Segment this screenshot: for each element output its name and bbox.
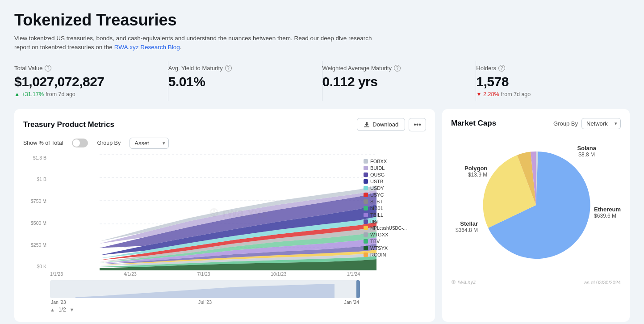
svg-rect-0 <box>364 126 369 127</box>
legend-item-usdy: USDY <box>364 185 426 191</box>
show-pct-label: Show % of Total <box>23 140 63 146</box>
legend-color-wtgxx <box>364 232 368 237</box>
market-footer: ⊕ rwa.xyz as of 03/30/2024 <box>451 278 621 285</box>
legend-label-usdy: USDY <box>370 185 384 191</box>
market-caps-group-by: Group By Network Asset <box>553 118 621 129</box>
legend-item-fobxx: FOBXX <box>364 159 426 164</box>
legend-color-stbt <box>364 199 368 204</box>
x-axis-3: 7/1/23 <box>197 271 210 277</box>
main-content: Treasury Product Metrics Download ••• <box>14 109 630 322</box>
legend-item-bib01: bIB01 <box>364 206 426 211</box>
legend-label-usyc: USYC <box>370 192 384 198</box>
legend-color-usdy <box>364 186 368 190</box>
legend-color-wtsyx <box>364 246 368 250</box>
total-value-pct: +31.17% <box>21 91 44 97</box>
weighted-maturity-value: 0.112 yrs <box>322 74 476 89</box>
group-by-dropdown[interactable]: Asset Network <box>130 138 169 149</box>
chart-actions: Download ••• <box>357 118 426 131</box>
more-options-button[interactable]: ••• <box>409 118 426 131</box>
y-axis: $1.3 B $1 B $750 M $500 M $250 M $0 K <box>23 154 46 270</box>
chart-panel: Treasury Product Metrics Download ••• <box>14 109 435 322</box>
download-button[interactable]: Download <box>357 118 405 131</box>
avg-yield-help-icon[interactable]: ? <box>225 65 232 72</box>
metrics-row: Total Value ? $1,027,072,827 ▲ +31.17% f… <box>14 61 630 101</box>
metric-holders: Holders ? 1,578 ▼ 2.28% from 7d ago <box>476 61 630 101</box>
mini-chart-wrapper: Jan '23 Jul '23 Jan '24 <box>23 280 426 305</box>
total-value-value: $1,027,072,827 <box>14 74 168 89</box>
mini-chart[interactable] <box>50 280 360 298</box>
market-group-by-dropdown[interactable]: Network Asset <box>581 118 621 129</box>
group-by-label: Group By <box>97 140 121 146</box>
legend-item-rcoin: RCOIN <box>364 252 426 257</box>
legend-color-mpl <box>364 226 368 230</box>
holders-change-pct: ▼ 2.28% <box>476 91 499 97</box>
mini-label-1: Jan '23 <box>51 299 66 305</box>
metric-weighted-maturity: Weighted Average Maturity ? 0.112 yrs <box>322 61 477 101</box>
legend-label-buidl: BUIDL <box>370 165 385 171</box>
x-axis-2: 4/1/23 <box>124 271 137 277</box>
x-axis: 1/1/23 4/1/23 7/1/23 10/1/23 1/1/24 <box>23 271 426 277</box>
download-label: Download <box>372 121 398 128</box>
legend-item-tbv: TBV <box>364 239 426 244</box>
legend-label-fobxx: FOBXX <box>370 159 387 164</box>
market-caps-title: Market Caps <box>451 119 496 128</box>
market-watermark-text: rwa.xyz <box>458 279 476 285</box>
download-icon <box>364 122 370 128</box>
x-axis-5: 1/1/24 <box>347 271 360 277</box>
mini-label-3: Jan '24 <box>344 299 359 305</box>
legend-color-tfbill <box>364 219 368 224</box>
avg-yield-label: Avg. Yield to Maturity <box>168 65 223 72</box>
holders-value: 1,578 <box>476 74 630 89</box>
legend-color-bib01 <box>364 206 368 210</box>
total-value-label: Total Value <box>14 65 42 72</box>
holders-from: from 7d ago <box>501 91 531 97</box>
weighted-maturity-label: Weighted Average Maturity <box>322 65 392 72</box>
total-value-help-icon[interactable]: ? <box>45 65 51 72</box>
legend-prev-arrow[interactable]: ▲ <box>50 307 55 312</box>
group-by-dropdown-wrapper: Asset Network <box>130 138 169 149</box>
legend-color-ousg <box>364 173 368 177</box>
legend-label-mpl: MPLcashUSDC-... <box>370 226 407 231</box>
holders-help-icon[interactable]: ? <box>498 65 505 72</box>
total-value-arrow: ▲ <box>14 91 20 97</box>
chart-controls: Show % of Total Group By Asset Network <box>23 138 426 149</box>
y-axis-1: $1.3 B <box>33 155 46 160</box>
legend-label-tbv: TBV <box>370 239 380 244</box>
legend-page: 1/2 <box>59 307 66 313</box>
market-caps-panel: Market Caps Group By Network Asset <box>442 109 630 322</box>
legend-label-wtgxx: WTGXX <box>370 232 388 237</box>
legend-color-rcoin <box>364 252 368 257</box>
research-blog-link[interactable]: RWA.xyz Research Blog <box>114 44 180 50</box>
show-pct-toggle[interactable] <box>72 139 88 147</box>
x-axis-4: 10/1/23 <box>271 271 286 277</box>
legend-item-stbt: STBT <box>364 199 426 204</box>
legend-item-mpl: MPLcashUSDC-... <box>364 226 426 231</box>
legend-next-arrow[interactable]: ▼ <box>70 307 75 312</box>
mini-chart-svg <box>50 280 360 298</box>
legend-label-stbt: STBT <box>370 199 383 204</box>
legend-label-tbill: TBILL <box>370 212 383 218</box>
y-axis-4: $500 M <box>31 220 46 226</box>
legend-item-wtgxx: WTGXX <box>364 232 426 237</box>
metric-total-value: Total Value ? $1,027,072,827 ▲ +31.17% f… <box>14 61 168 101</box>
legend-label-rcoin: RCOIN <box>370 252 386 257</box>
legend-item-tbill: TBILL <box>364 212 426 218</box>
y-axis-3: $750 M <box>31 198 46 204</box>
y-axis-2: $1 B <box>37 177 46 182</box>
mini-chart-handle[interactable] <box>356 280 360 298</box>
market-date-label: as of 03/30/2024 <box>584 280 621 285</box>
more-dots-icon: ••• <box>414 121 421 128</box>
legend-item-usyc: USYC <box>364 192 426 198</box>
legend-color-usyc <box>364 193 368 197</box>
legend-label-bib01: bIB01 <box>370 206 383 211</box>
legend-label-ustb: USTB <box>370 179 383 184</box>
legend-color-buidl <box>364 166 368 170</box>
total-value-from: from 7d ago <box>46 91 75 97</box>
mini-label-2: Jul '23 <box>198 299 212 305</box>
legend-item-ousg: OUSG <box>364 172 426 177</box>
market-group-by-dropdown-wrapper: Network Asset <box>581 118 621 129</box>
legend-label-tfbill: tfBill <box>370 219 380 224</box>
legend-color-tbill <box>364 213 368 217</box>
weighted-maturity-help-icon[interactable]: ? <box>394 65 401 72</box>
chart-content-area: $1.3 B $1 B $750 M $500 M $250 M $0 K <box>23 154 426 270</box>
